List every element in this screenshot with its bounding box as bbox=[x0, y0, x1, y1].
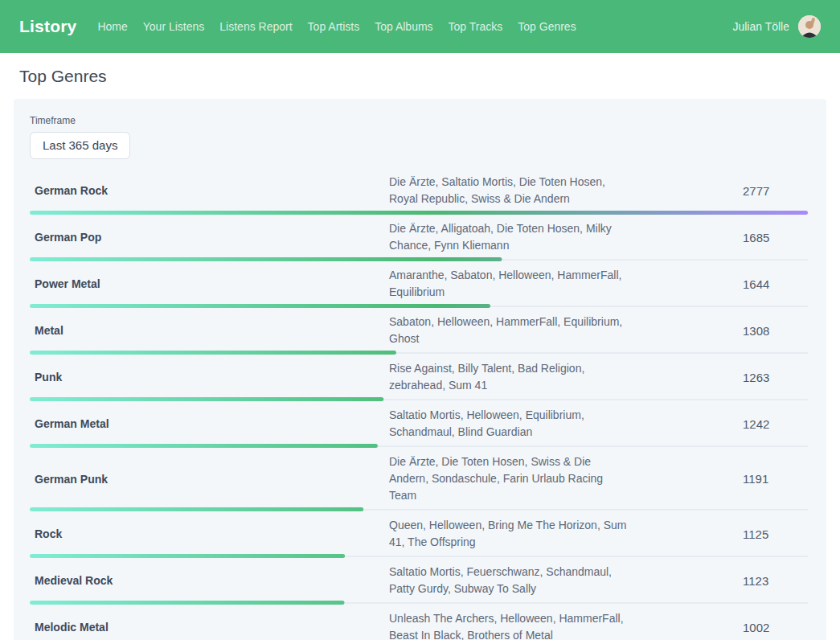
genre-row: Melodic MetalUnleash The Archers, Hellow… bbox=[30, 606, 810, 640]
brand-logo[interactable]: Listory bbox=[19, 17, 76, 36]
user-menu[interactable]: Julian Tölle bbox=[732, 15, 821, 38]
nav-item-top-artists[interactable]: Top Artists bbox=[308, 20, 360, 33]
genre-name: Metal bbox=[30, 324, 389, 337]
genre-bar-track bbox=[30, 444, 808, 448]
genre-count: 1191 bbox=[743, 472, 810, 486]
nav-links: HomeYour ListensListens ReportTop Artist… bbox=[97, 20, 732, 33]
nav-item-top-tracks[interactable]: Top Tracks bbox=[449, 20, 503, 33]
genre-row: German RockDie Ärzte, Saltatio Mortis, D… bbox=[30, 170, 810, 216]
genre-count: 2777 bbox=[743, 184, 810, 198]
genre-artists: Amaranthe, Sabaton, Helloween, HammerFal… bbox=[389, 267, 632, 301]
genre-row: German PunkDie Ärzte, Die Toten Hosen, S… bbox=[30, 449, 810, 513]
user-name: Julian Tölle bbox=[732, 20, 789, 33]
genre-artists: Queen, Helloween, Bring Me The Horizon, … bbox=[389, 517, 632, 551]
genre-artists: Sabaton, Helloween, HammerFall, Equilibr… bbox=[389, 314, 632, 347]
genre-bar-track bbox=[30, 601, 808, 605]
genre-count: 1263 bbox=[743, 371, 810, 384]
genre-bar-fill bbox=[30, 211, 808, 215]
timeframe-label: Timeframe bbox=[30, 115, 810, 126]
nav-item-your-listens[interactable]: Your Listens bbox=[143, 20, 205, 33]
genre-row: Medieval RockSaltatio Mortis, Feuerschwa… bbox=[30, 560, 810, 606]
genre-row: RockQueen, Helloween, Bring Me The Horiz… bbox=[30, 513, 810, 560]
user-avatar-icon[interactable] bbox=[798, 15, 821, 38]
genre-count: 1123 bbox=[743, 574, 810, 588]
genres-table: German RockDie Ärzte, Saltatio Mortis, D… bbox=[30, 170, 810, 640]
genre-count: 1644 bbox=[743, 277, 810, 291]
genre-bar-track bbox=[30, 397, 808, 401]
genre-artists: Rise Against, Billy Talent, Bad Religion… bbox=[389, 360, 632, 394]
genre-bar-track bbox=[30, 211, 808, 215]
nav-item-listens-report[interactable]: Listens Report bbox=[219, 20, 292, 33]
genre-count: 1125 bbox=[743, 527, 810, 541]
timeframe-select[interactable]: Last 365 days bbox=[30, 132, 130, 159]
genre-bar-track bbox=[30, 507, 808, 511]
genre-row: German PopDie Ärzte, Alligatoah, Die Tot… bbox=[30, 216, 810, 263]
genre-name: German Rock bbox=[30, 184, 389, 197]
genre-artists: Die Ärzte, Alligatoah, Die Toten Hosen, … bbox=[389, 220, 632, 254]
genre-bar-track bbox=[30, 304, 808, 308]
genre-row: Power MetalAmaranthe, Sabaton, Helloween… bbox=[30, 263, 810, 310]
genre-artists: Die Ärzte, Die Toten Hosen, Swiss & Die … bbox=[389, 453, 632, 504]
nav-item-home[interactable]: Home bbox=[97, 20, 127, 33]
page-title: Top Genres bbox=[19, 67, 840, 86]
genre-row: PunkRise Against, Billy Talent, Bad Reli… bbox=[30, 356, 810, 403]
genre-artists: Saltatio Mortis, Helloween, Equilibrium,… bbox=[389, 407, 632, 441]
genre-name: Medieval Rock bbox=[30, 574, 389, 587]
genre-bar-track bbox=[30, 257, 808, 261]
genre-artists: Saltatio Mortis, Feuerschwanz, Schandmau… bbox=[389, 564, 632, 597]
genre-name: Punk bbox=[30, 371, 389, 384]
genre-count: 1002 bbox=[743, 621, 810, 634]
genre-name: German Metal bbox=[30, 417, 389, 430]
genre-name: Power Metal bbox=[30, 277, 389, 290]
genre-row: MetalSabaton, Helloween, HammerFall, Equ… bbox=[30, 310, 810, 356]
genre-bar-track bbox=[30, 351, 808, 355]
genre-artists: Unleash The Archers, Helloween, HammerFa… bbox=[389, 610, 632, 640]
genre-name: German Punk bbox=[30, 473, 389, 486]
genres-card: Timeframe Last 365 days German RockDie Ä… bbox=[14, 99, 826, 640]
genre-count: 1242 bbox=[743, 417, 810, 431]
navbar: Listory HomeYour ListensListens ReportTo… bbox=[0, 0, 840, 53]
genre-count: 1308 bbox=[743, 324, 810, 338]
genre-name: German Pop bbox=[30, 231, 389, 244]
genre-name: Melodic Metal bbox=[30, 621, 389, 634]
genre-artists: Die Ärzte, Saltatio Mortis, Die Toten Ho… bbox=[389, 174, 632, 207]
genre-bar-track bbox=[30, 554, 808, 558]
nav-item-top-albums[interactable]: Top Albums bbox=[375, 20, 432, 33]
genre-count: 1685 bbox=[743, 231, 810, 244]
genre-name: Rock bbox=[30, 527, 389, 540]
nav-item-top-genres[interactable]: Top Genres bbox=[518, 20, 576, 33]
genre-row: German MetalSaltatio Mortis, Helloween, … bbox=[30, 403, 810, 449]
